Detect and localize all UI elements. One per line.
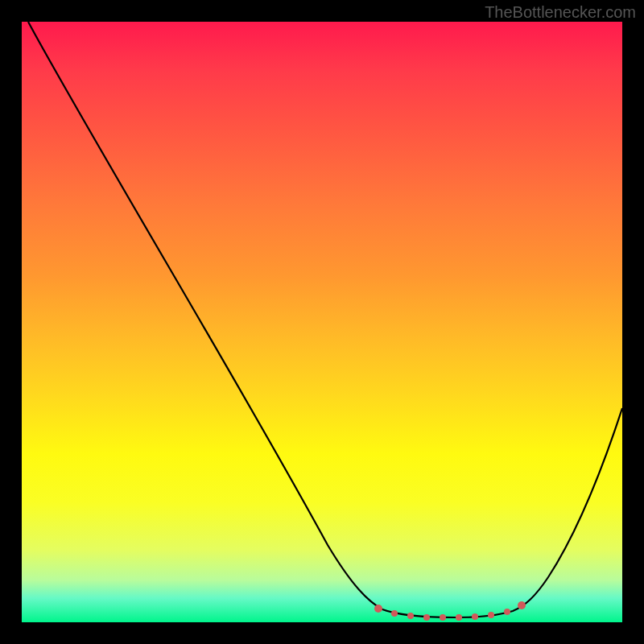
marker-dot	[407, 613, 414, 619]
marker-dot	[440, 614, 446, 621]
marker-dot	[456, 614, 462, 621]
chart-plot-area	[22, 22, 622, 622]
curve-svg	[22, 22, 622, 622]
marker-dot	[504, 609, 510, 615]
marker-dot	[518, 601, 526, 609]
marker-dot	[488, 612, 494, 618]
bottleneck-curve-path	[28, 22, 622, 617]
marker-dot	[423, 614, 430, 621]
marker-dot	[374, 605, 382, 613]
watermark-text: TheBottlenecker.com	[485, 3, 636, 22]
marker-dot	[391, 610, 398, 617]
marker-dot	[472, 613, 478, 620]
